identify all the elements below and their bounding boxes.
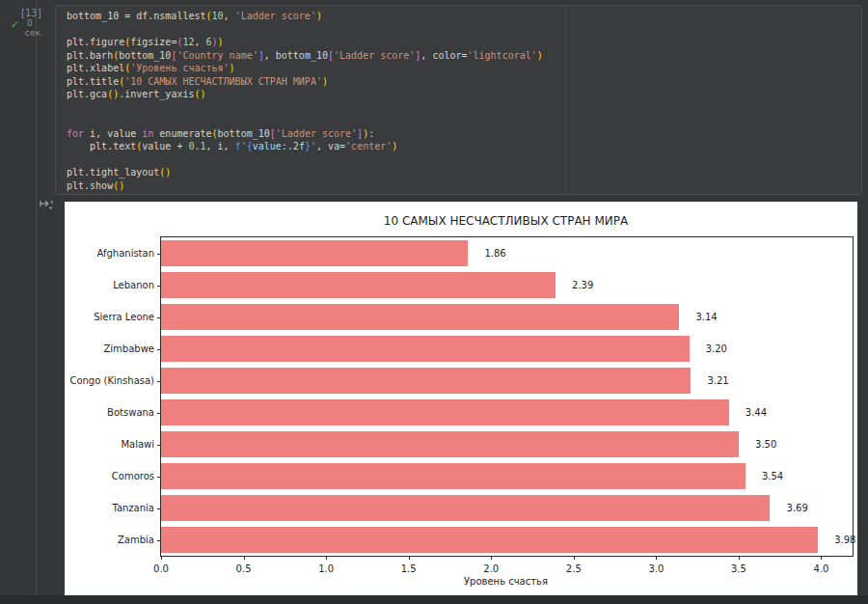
code-token: plt.barh [67, 50, 113, 61]
bar-value-label: 3.20 [706, 343, 727, 355]
code-line[interactable]: plt.barh(bottom_10['Country name'], bott… [67, 49, 857, 63]
code-line[interactable] [67, 153, 857, 167]
code-token: plt.gca [67, 89, 107, 99]
bar-value-label: 2.39 [572, 280, 593, 291]
notebook-page: { "page": { "background": "#353638", "ed… [0, 0, 868, 604]
code-line[interactable] [67, 114, 857, 127]
ytick-label: Zimbabwe [54, 343, 154, 355]
code-lines[interactable]: bottom_10 = df.nsmallest(10, 'Ladder sco… [67, 10, 857, 192]
matplotlib-figure: 10 САМЫХ НЕСЧАСТЛИВЫХ СТРАН МИРА 1.86Afg… [65, 202, 857, 595]
cell-left-border [36, 0, 37, 595]
code-token: :.2f [282, 141, 305, 151]
xtick-label: 3.0 [638, 563, 673, 574]
bar [161, 495, 770, 520]
ytick-label: Malawi [54, 439, 154, 451]
bar [161, 304, 679, 329]
code-line[interactable]: plt.xlabel('Уровень счастья') [67, 62, 857, 75]
code-token: () [107, 89, 119, 99]
xtick-label: 0.5 [227, 563, 261, 574]
bar-value-label: 3.21 [707, 375, 728, 387]
code-token: () [113, 180, 124, 191]
code-token: 0.1 [188, 141, 205, 151]
code-token: 12 [182, 37, 194, 47]
code-token: , va= [316, 141, 345, 151]
ytick-label: Lebanon [54, 280, 154, 291]
code-token: plt.xlabel [67, 63, 124, 73]
code-token: () [194, 89, 205, 99]
xtick-label: 4.0 [803, 563, 838, 574]
chart-title: 10 САМЫХ НЕСЧАСТЛИВЫХ СТРАН МИРА [160, 214, 852, 228]
code-token: , [224, 11, 235, 21]
axes: 1.86Afghanistan2.39Lebanon3.14Sierra Leo… [160, 236, 854, 557]
code-line[interactable]: for i, value in enumerate(bottom_10['Lad… [67, 127, 857, 141]
bar [161, 463, 746, 488]
code-token: , bottom_10 [264, 50, 328, 61]
code-line[interactable]: plt.figure(figsize=(12, 6)) [67, 36, 857, 49]
ytick-mark [157, 317, 161, 318]
bar [161, 431, 739, 456]
code-token: 'lightcoral' [468, 50, 537, 61]
ytick-mark [157, 508, 161, 509]
code-token: plt.tight_layout [67, 167, 159, 178]
code-token: 'Country name' [176, 50, 258, 61]
xtick-mark [574, 556, 575, 560]
code-token: ) [218, 37, 224, 47]
code-token: for [67, 128, 84, 139]
bar [161, 368, 691, 393]
bar-value-label: 3.69 [787, 503, 808, 514]
bar-value-label: 3.50 [755, 439, 776, 451]
xtick-mark [409, 556, 410, 560]
xtick-mark [244, 556, 245, 560]
code-token: i, value [84, 128, 142, 139]
ytick-mark [157, 540, 161, 541]
bar [161, 399, 729, 425]
code-token: '10 САМЫХ НЕСЧАСТЛИВЫХ СТРАН МИРА' [124, 76, 322, 87]
xtick-label: 3.5 [721, 563, 756, 574]
code-line[interactable]: plt.show() [67, 179, 857, 193]
code-cell-editor[interactable]: bottom_10 = df.nsmallest(10, 'Ladder sco… [55, 5, 862, 195]
xtick-label: 2.5 [556, 563, 591, 574]
code-token: plt.figure [67, 37, 124, 47]
ytick-mark [157, 254, 161, 255]
ytick-label: Botswana [54, 407, 154, 419]
code-token: 'center' [345, 141, 392, 151]
execution-time-unit: сек. [25, 28, 43, 38]
bar [161, 272, 556, 297]
code-line[interactable]: plt.gca().invert_yaxis() [67, 88, 857, 101]
code-token: , color= [420, 50, 467, 61]
xtick-mark [821, 556, 822, 560]
xtick-mark [491, 556, 492, 560]
code-token: , [195, 37, 206, 47]
mime-switch-icon [39, 198, 54, 213]
code-token: figsize= [130, 37, 176, 47]
code-line[interactable]: plt.title('10 САМЫХ НЕСЧАСТЛИВЫХ СТРАН М… [67, 75, 857, 89]
code-token: ) [537, 50, 543, 61]
code-token: 'Уровень счастья' [130, 63, 229, 73]
code-line[interactable]: plt.tight_layout() [67, 166, 857, 179]
code-token: plt.text [67, 141, 136, 151]
ytick-mark [157, 349, 161, 350]
code-token: plt.title [67, 76, 119, 87]
ytick-label: Sierra Leone [54, 312, 154, 323]
bar [161, 527, 818, 552]
output-presentation-icon[interactable] [39, 198, 54, 213]
xtick-label: 1.0 [309, 563, 343, 574]
next-cell-gap [0, 595, 868, 604]
code-token: value + [142, 141, 188, 151]
bar-value-label: 3.98 [834, 535, 855, 546]
success-check-icon: ✓ [11, 18, 19, 31]
code-token: : [368, 128, 374, 139]
ytick-mark [157, 477, 161, 478]
code-line[interactable] [67, 101, 857, 115]
xtick-label: 2.0 [474, 563, 508, 574]
bar-value-label: 1.86 [484, 248, 505, 260]
code-line[interactable]: plt.text(value + 0.1, i, f'{value:.2f}',… [67, 140, 857, 153]
ytick-label: Congo (Kinshasa) [54, 375, 154, 387]
bar-value-label: 3.14 [695, 312, 717, 323]
code-token: plt.show [67, 180, 113, 191]
code-token: 'Ladder score' [276, 128, 357, 139]
code-line[interactable]: bottom_10 = df.nsmallest(10, 'Ladder sco… [67, 10, 857, 23]
execution-time-value: 0 [27, 18, 33, 28]
code-line[interactable] [67, 23, 857, 37]
xtick-label: 0.0 [144, 563, 178, 574]
